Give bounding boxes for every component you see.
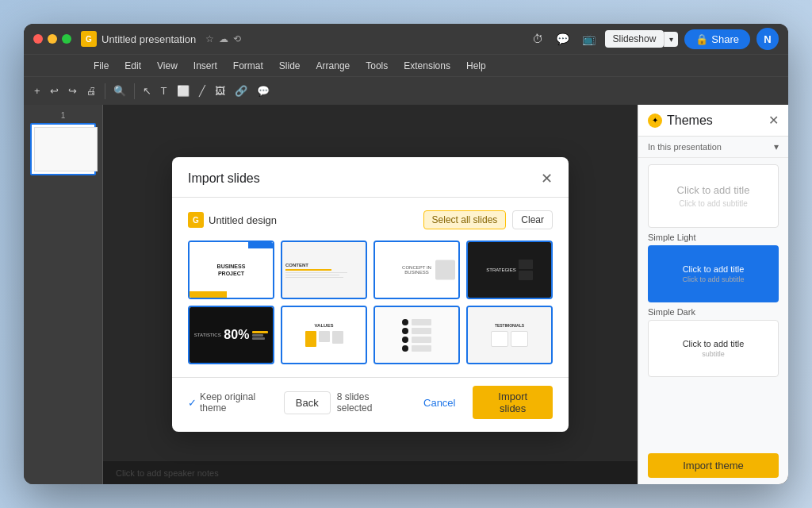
menu-extensions[interactable]: Extensions [397,59,457,73]
menu-slide[interactable]: Slide [273,59,307,73]
source-name: Untitled design [209,214,277,226]
import-theme-button[interactable]: Import theme [648,453,779,478]
slideshow-button[interactable]: Slideshow [605,30,665,48]
modal-actions: Select all slides Clear [423,210,553,229]
slide-grid-item-1[interactable]: BUSINESSPROJECT [188,241,274,299]
title-area: G Untitled presentation ☆ ☁ ⟲ [81,31,529,47]
lock-icon: 🔒 [695,33,708,45]
themes-title: Themes [667,114,713,128]
titlebar-right: ⏱ 💬 📺 Slideshow ▾ 🔒 Share N [529,28,779,50]
slide-grid-item-3[interactable]: CONCEPT INBUSINESS [373,241,460,299]
menu-format[interactable]: Format [227,59,270,73]
keep-theme-label: Keep original theme [200,391,284,414]
slides-selected-text: 8 slides selected [337,391,406,414]
simple-dark-card[interactable]: Click to add title subtitle [648,320,779,377]
traffic-lights [33,34,71,44]
simple-light-label: Simple Light [648,233,779,242]
close-themes-panel-button[interactable]: ✕ [768,113,779,128]
source-icon: G [188,212,204,228]
shape-tool[interactable]: ⬜ [173,83,193,99]
keep-theme-row: ✓ Keep original theme [188,391,284,414]
simple-dark-label: Simple Dark [648,307,779,317]
slide-mini-preview-2: CONTENT [282,242,366,298]
menu-edit[interactable]: Edit [118,59,147,73]
simple-light-subtitle: Click to add subtitle [682,275,744,283]
window-title: Untitled presentation [102,33,196,45]
slides-grid: BUSINESSPROJECT CONT [188,241,553,364]
simple-dark-subtitle: subtitle [702,350,725,358]
menu-file[interactable]: File [87,59,115,73]
menu-tools[interactable]: Tools [359,59,394,73]
clear-button[interactable]: Clear [512,210,553,229]
menu-arrange[interactable]: Arrange [310,59,357,73]
import-slides-button[interactable]: Import slides [473,386,553,419]
close-button[interactable] [33,34,43,44]
blank-theme-card-title: Click to add title [677,184,750,196]
menubar: File Edit View Insert Format Slide Arran… [24,54,788,76]
themes-body: Click to add title Click to add subtitle… [638,158,788,447]
slide-thumbnail-1[interactable] [30,123,96,175]
cursor-tool[interactable]: ↖ [139,83,155,99]
menu-view[interactable]: View [151,59,184,73]
simple-dark-title: Click to add title [683,339,745,348]
slide-panel: 1 [24,105,103,484]
history-icon[interactable]: ⟲ [233,33,241,44]
tool-separator [105,83,105,99]
modal-source: G Untitled design [188,212,277,228]
cancel-button[interactable]: Cancel [412,392,466,414]
themes-subtitle: In this presentation [648,142,722,152]
star-icon[interactable]: ☆ [205,33,214,44]
modal-close-button[interactable]: ✕ [541,170,553,187]
add-tool[interactable]: + [30,83,44,99]
print-tool[interactable]: 🖨 [82,83,101,99]
modal-source-row: G Untitled design Select all slides Clea… [188,210,553,229]
simple-light-card[interactable]: Click to add title Click to add subtitle [648,245,779,302]
activity-icon[interactable]: ⏱ [529,31,546,47]
menu-insert[interactable]: Insert [187,59,224,73]
slide-grid-item-8[interactable]: TESTIMONIALS [466,306,553,364]
user-avatar[interactable]: N [756,28,779,50]
main-content: 1 Click to add speaker notes Import slid… [24,105,788,484]
redo-tool[interactable]: ↪ [64,83,81,99]
slide-number: 1 [30,111,96,120]
themes-header: ✦ Themes ✕ [638,105,788,137]
canvas-area: Click to add speaker notes Import slides… [103,105,638,484]
slide-grid-item-6[interactable]: VALUES [281,306,367,364]
present-icon[interactable]: 📺 [579,31,599,47]
slideshow-dropdown-button[interactable]: ▾ [664,32,678,47]
modal-title: Import slides [188,171,260,186]
check-icon: ✓ [188,397,197,409]
text-tool[interactable]: T [157,83,171,99]
slide-grid-item-2[interactable]: CONTENT [281,241,367,299]
back-button[interactable]: Back [284,391,331,414]
title-icons: ☆ ☁ ⟲ [205,33,241,44]
blank-theme-card[interactable]: Click to add title Click to add subtitle [648,164,779,228]
toolbar: + ↩ ↪ 🖨 🔍 ↖ T ⬜ ╱ 🖼 🔗 💬 [24,76,788,105]
slide-grid-item-7[interactable] [373,306,460,364]
themes-icon: ✦ [648,114,662,128]
slide-mini-preview-3: CONCEPT INBUSINESS [375,242,458,298]
select-all-button[interactable]: Select all slides [423,210,507,229]
minimize-button[interactable] [48,34,57,44]
app-window: G Untitled presentation ☆ ☁ ⟲ ⏱ 💬 📺 Slid… [24,24,788,484]
app-icon: G [81,31,97,47]
share-button[interactable]: 🔒 Share [684,29,750,49]
slide-grid-item-5[interactable]: STATISTICS 80% [188,306,274,364]
line-tool[interactable]: ╱ [195,83,209,99]
themes-expand-icon[interactable]: ▾ [774,141,779,152]
titlebar: G Untitled presentation ☆ ☁ ⟲ ⏱ 💬 📺 Slid… [24,24,788,54]
zoom-tool[interactable]: 🔍 [109,83,130,99]
themes-panel: ✦ Themes ✕ In this presentation ▾ Click … [638,105,788,484]
slide-preview [34,127,98,171]
maximize-button[interactable] [62,34,71,44]
image-tool[interactable]: 🖼 [211,83,229,99]
comment-icon[interactable]: 💬 [553,31,573,47]
cloud-icon[interactable]: ☁ [219,33,228,44]
slide-grid-item-4[interactable]: STRATEGIES [466,241,553,299]
modal-overlay: Import slides ✕ G Untitled design Select… [103,105,638,484]
menu-help[interactable]: Help [460,59,492,73]
link-tool[interactable]: 🔗 [231,83,251,99]
undo-tool[interactable]: ↩ [46,83,63,99]
modal-body: G Untitled design Select all slides Clea… [172,198,569,377]
comment-tool[interactable]: 💬 [253,83,274,99]
